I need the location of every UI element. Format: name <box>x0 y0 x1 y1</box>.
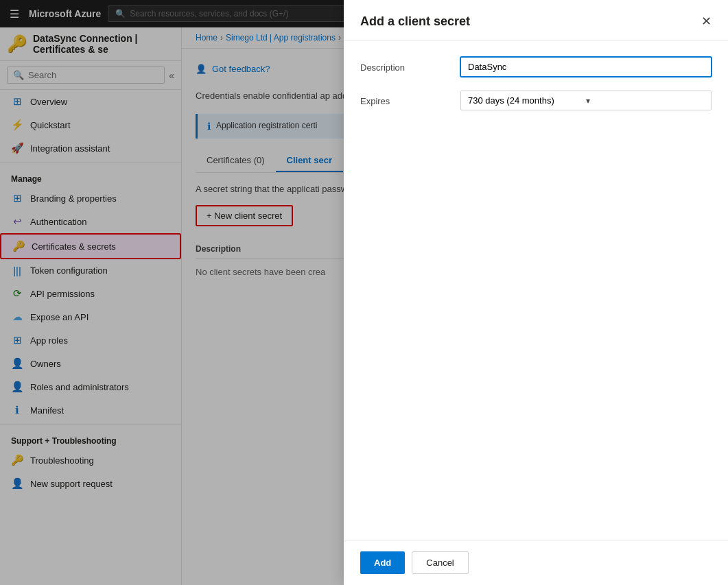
description-form-row: Description <box>360 57 712 77</box>
expires-dropdown[interactable]: 730 days (24 months) ▾ <box>460 91 712 110</box>
modal-close-button[interactable]: ✕ <box>701 14 712 29</box>
expires-form-control: 730 days (24 months) ▾ <box>460 91 712 110</box>
modal-body: Description Expires 730 days (24 months)… <box>344 40 728 540</box>
description-form-label: Description <box>360 57 449 73</box>
add-button[interactable]: Add <box>360 551 405 574</box>
cancel-button[interactable]: Cancel <box>412 551 468 574</box>
expires-form-row: Expires 730 days (24 months) ▾ <box>360 91 712 110</box>
modal-footer: Add Cancel <box>344 540 728 585</box>
modal-panel: Add a client secret ✕ Description Expire… <box>344 0 728 585</box>
description-form-control <box>460 57 712 77</box>
expires-dropdown-value: 730 days (24 months) <box>468 95 586 106</box>
description-input[interactable] <box>460 57 712 77</box>
modal-title: Add a client secret <box>360 14 470 29</box>
modal-header: Add a client secret ✕ <box>344 0 728 40</box>
chevron-down-icon: ▾ <box>586 96 704 106</box>
modal-overlay: Add a client secret ✕ Description Expire… <box>0 0 728 585</box>
expires-form-label: Expires <box>360 91 449 106</box>
